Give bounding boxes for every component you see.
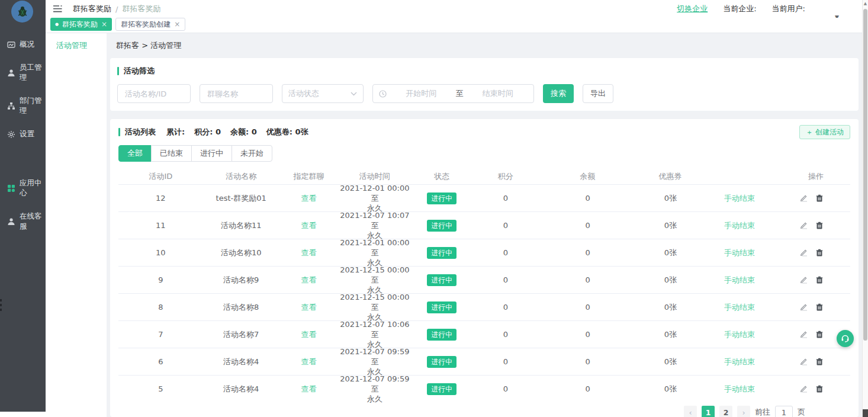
manual-end-link[interactable]: 手动结束: [724, 384, 755, 394]
view-group-link[interactable]: 查看: [301, 384, 317, 393]
cell-balance: 0: [538, 357, 636, 366]
topbar: 群拓客奖励 / 群拓客奖励 切换企业 当前企业: 当前用户:: [46, 0, 862, 18]
manual-end-link[interactable]: 手动结束: [724, 302, 755, 313]
edge-notches: [0, 299, 2, 313]
delete-icon[interactable]: [816, 385, 823, 393]
cell-coupons: 0张: [637, 248, 704, 258]
view-group-link[interactable]: 查看: [301, 221, 317, 230]
delete-icon[interactable]: [816, 222, 823, 229]
scroll-up-icon[interactable]: ▲: [863, 1, 868, 6]
plus-icon: ＋: [806, 127, 813, 137]
delete-icon[interactable]: [816, 303, 823, 311]
edit-icon[interactable]: [800, 194, 808, 202]
tab-group-reward[interactable]: ● 群拓客奖励 ×: [50, 18, 112, 31]
status-tab-not-started[interactable]: 未开始: [232, 145, 272, 162]
cell-activity-time: 2021-12-07 09:59 至 永久: [338, 374, 411, 404]
sidebar-item-online-service[interactable]: 在线客服: [0, 205, 46, 238]
filter-section-title: 活动筛选: [117, 66, 851, 76]
customer-service-float-button[interactable]: [837, 330, 854, 347]
cell-balance: 0: [538, 303, 636, 312]
cell-activity-name: 活动名称10: [203, 248, 279, 258]
activity-name-input[interactable]: [117, 84, 191, 103]
active-dot-icon: ●: [55, 23, 59, 27]
table-row: 5 活动名称4 查看 2021-12-07 09:59 至 永久 进行中 0 0…: [118, 375, 850, 402]
cell-coupons: 0张: [637, 193, 704, 204]
edit-icon[interactable]: [800, 358, 808, 365]
manual-end-link[interactable]: 手动结束: [724, 275, 755, 286]
cell-balance: 0: [538, 248, 636, 257]
manual-end-link[interactable]: 手动结束: [724, 220, 755, 231]
create-activity-button[interactable]: ＋ 创建活动: [799, 125, 850, 139]
cell-balance: 0: [538, 275, 636, 284]
status-tab-all[interactable]: 全部: [118, 145, 152, 162]
tab-group-reward-create[interactable]: 群拓客奖励创建 ×: [115, 18, 185, 31]
status-badge: 进行中: [427, 220, 456, 232]
export-button[interactable]: 导出: [583, 84, 613, 103]
edit-icon[interactable]: [800, 331, 808, 338]
view-group-link[interactable]: 查看: [301, 194, 317, 203]
edit-icon[interactable]: [800, 249, 808, 256]
overview-icon: [7, 41, 15, 49]
edit-icon[interactable]: [800, 303, 808, 311]
sidebar-item-overview[interactable]: 概况: [0, 33, 46, 56]
close-icon[interactable]: ×: [101, 21, 107, 28]
view-group-link[interactable]: 查看: [301, 357, 317, 366]
secondary-sidebar: 活动管理: [46, 33, 107, 417]
sidebar-item-department[interactable]: 部门管理: [0, 89, 46, 123]
manual-end-link[interactable]: 手动结束: [724, 193, 755, 204]
collapse-menu-icon[interactable]: [53, 5, 62, 12]
page-button-1[interactable]: 1: [702, 406, 715, 417]
breadcrumb-app[interactable]: 群拓客奖励: [73, 4, 111, 14]
sidebar-item-settings[interactable]: 设置: [0, 123, 46, 146]
view-group-link[interactable]: 查看: [301, 330, 317, 339]
view-group-link[interactable]: 查看: [301, 275, 317, 284]
view-group-link[interactable]: 查看: [301, 248, 317, 257]
delete-icon[interactable]: [816, 331, 823, 338]
status-tab-ongoing[interactable]: 进行中: [191, 145, 232, 162]
close-icon[interactable]: ×: [174, 21, 180, 28]
sidebar-item-label: 概况: [20, 40, 34, 50]
group-name-input[interactable]: [200, 84, 273, 103]
date-range-picker[interactable]: 开始时间 至 结束时间: [372, 84, 534, 103]
switch-company-link[interactable]: 切换企业: [677, 4, 708, 14]
sidebar-item-app-center[interactable]: 应用中心: [0, 172, 46, 205]
goto-page-input[interactable]: [775, 406, 793, 417]
cell-points: 0: [472, 303, 538, 312]
submenu-item-activity-management[interactable]: 活动管理: [46, 33, 107, 51]
goto-label: 前往: [755, 407, 770, 417]
manual-end-link[interactable]: 手动结束: [724, 357, 755, 367]
summary-coupons: 优惠卷: 0张: [266, 127, 308, 137]
cell-actions: 手动结束: [704, 357, 850, 367]
status-badge: 进行中: [427, 329, 456, 341]
manual-end-link[interactable]: 手动结束: [724, 248, 755, 258]
view-group-link[interactable]: 查看: [301, 303, 317, 312]
cell-activity-time: 2021-12-07 09:59 至 永久: [338, 347, 411, 377]
search-button[interactable]: 搜索: [543, 84, 574, 103]
cell-activity-name: 活动名称8: [203, 302, 279, 313]
cell-actions: 手动结束: [704, 302, 850, 313]
prev-page-button[interactable]: ‹: [684, 406, 697, 417]
status-tab-ended[interactable]: 已结束: [151, 145, 192, 162]
department-icon: [7, 102, 15, 110]
delete-icon[interactable]: [816, 358, 823, 365]
edit-icon[interactable]: [800, 276, 808, 284]
cell-activity-name: test-群奖励01: [203, 193, 279, 204]
page-scrollbar[interactable]: ▲: [862, 0, 868, 417]
sidebar-item-label: 在线客服: [20, 211, 43, 232]
manual-end-link[interactable]: 手动结束: [724, 329, 755, 340]
app-grid-icon: [7, 184, 15, 193]
delete-icon[interactable]: [816, 194, 823, 202]
company-logo-avatar[interactable]: [11, 1, 33, 23]
col-balance: 余额: [538, 171, 636, 182]
cell-activity-id: 10: [118, 248, 203, 257]
delete-icon[interactable]: [816, 276, 823, 284]
page-button-2[interactable]: 2: [719, 406, 732, 417]
next-page-button[interactable]: ›: [737, 406, 750, 417]
delete-icon[interactable]: [816, 249, 823, 256]
edit-icon[interactable]: [800, 222, 808, 229]
sidebar-item-label: 设置: [20, 129, 34, 139]
sidebar-item-staff[interactable]: 员工管理: [0, 56, 46, 89]
scrollbar-thumb[interactable]: [863, 9, 867, 341]
activity-status-select[interactable]: 活动状态: [282, 84, 364, 103]
edit-icon[interactable]: [800, 385, 808, 393]
